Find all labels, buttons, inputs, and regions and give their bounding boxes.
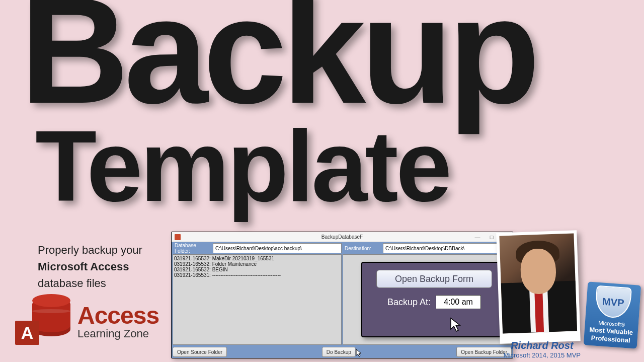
open-backup-form-button[interactable]: Open Backup Form bbox=[376, 270, 492, 288]
database-folder-label: Database Folder: bbox=[173, 243, 213, 253]
sub-title: Template bbox=[35, 116, 449, 216]
mvp-shield-icon: MVP bbox=[595, 285, 632, 319]
destination-label: Destination: bbox=[343, 243, 383, 253]
author-credit: Richard Rost Microsoft 2014, 2015 MVP bbox=[504, 340, 581, 359]
author-subtitle: Microsoft 2014, 2015 MVP bbox=[504, 351, 581, 359]
cursor-icon bbox=[356, 349, 363, 357]
log-pane[interactable]: 031921-165532: MakeDir 20210319_165531 0… bbox=[173, 254, 342, 345]
window-minimize-button[interactable]: — bbox=[470, 232, 485, 242]
backup-time-input[interactable]: 4:00 am bbox=[436, 295, 481, 309]
author-photo bbox=[496, 230, 581, 343]
destination-input[interactable]: C:\Users\Richard\Desktop\DBBack\ bbox=[383, 243, 512, 253]
open-source-folder-button[interactable]: Open Source Folder bbox=[173, 347, 227, 357]
access-a-tile: A bbox=[15, 321, 39, 345]
backup-app-window: BackupDatabaseF — □ × Database Folder: C… bbox=[171, 232, 513, 358]
form-icon bbox=[175, 234, 181, 240]
access-learning-zone-logo: A Access Learning Zone bbox=[15, 297, 159, 345]
mvp-badge: MVP Microsoft® Most Valuable Professiona… bbox=[584, 281, 641, 348]
window-title: BackupDatabaseF bbox=[321, 234, 363, 240]
log-line: 031921-165532: BEGIN bbox=[174, 267, 340, 272]
log-line: 031921-165532: Folder Maintenance bbox=[174, 261, 340, 267]
backup-at-label: Backup At: bbox=[387, 297, 431, 308]
bottom-toolbar: Open Source Folder Do Backup Open Backup… bbox=[172, 346, 513, 358]
window-titlebar: BackupDatabaseF — □ × bbox=[172, 232, 513, 242]
do-backup-button[interactable]: Do Backup bbox=[322, 347, 356, 357]
access-logo-icon: A bbox=[15, 297, 70, 345]
tagline-line-2: Microsoft Access bbox=[38, 260, 129, 273]
settings-overlay: Open Backup Form Backup At: 4:00 am bbox=[361, 262, 507, 337]
log-line: 031921-165532: MakeDir 20210319_165531 bbox=[174, 256, 340, 261]
cursor-icon bbox=[450, 317, 463, 332]
logo-subtitle: Learning Zone bbox=[77, 327, 159, 340]
right-pane: Open Backup Form Backup At: 4:00 am bbox=[343, 254, 512, 345]
log-line: 031921-165531: -------------------------… bbox=[174, 272, 340, 278]
logo-name: Access bbox=[77, 302, 159, 329]
tagline: Properly backup your Microsoft Access da… bbox=[38, 242, 142, 292]
tagline-line-3: database files bbox=[38, 277, 106, 289]
database-folder-input[interactable]: C:\Users\Richard\Desktop\acc backup\ bbox=[213, 243, 342, 253]
main-title: Backup bbox=[20, 0, 535, 126]
tagline-line-1: Properly backup your bbox=[38, 244, 142, 256]
author-name: Richard Rost bbox=[504, 340, 581, 351]
